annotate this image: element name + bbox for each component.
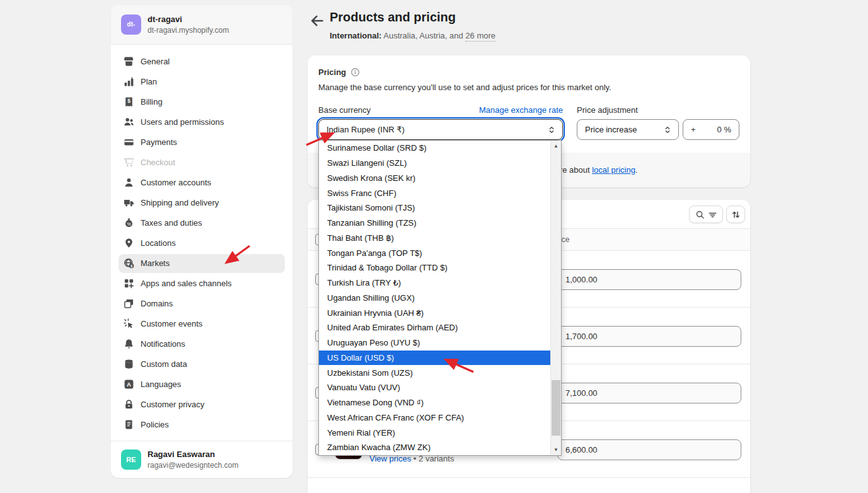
back-button[interactable] xyxy=(309,13,325,29)
database-icon xyxy=(124,359,134,369)
settings-nav: GeneralPlan$BillingUsers and permissions… xyxy=(111,45,292,441)
currency-option[interactable]: West African CFA Franc (XOF F CFA) xyxy=(319,410,550,426)
sidebar-item-customer-events[interactable]: Customer events xyxy=(119,315,285,334)
currency-option[interactable]: Tongan Pa'anga (TOP T$) xyxy=(319,245,550,260)
sidebar-item-custom-data[interactable]: Custom data xyxy=(119,355,285,374)
truck-icon xyxy=(124,197,134,208)
svg-text:A: A xyxy=(127,381,131,388)
price-input[interactable]: 1,700.00 xyxy=(557,326,741,347)
footer-text-suffix: . xyxy=(635,165,638,175)
sidebar-item-customer-privacy[interactable]: Customer privacy xyxy=(119,395,285,414)
currency-option[interactable]: Uruguayan Peso (UYU $) xyxy=(319,335,550,351)
sidebar-item-label: Checkout xyxy=(141,158,175,167)
globe-dollar-icon: $ xyxy=(124,258,134,269)
currency-option[interactable]: Thai Baht (THB ฿) xyxy=(319,231,550,246)
sidebar-item-label: General xyxy=(141,57,170,66)
price-adjustment-label: Price adjustment xyxy=(577,105,638,115)
currency-option[interactable]: Swazi Lilangeni (SZL) xyxy=(319,156,550,171)
sidebar-item-taxes-and-duties[interactable]: %Taxes and duties xyxy=(119,214,285,233)
manage-exchange-rate-link[interactable]: Manage exchange rate xyxy=(479,105,563,115)
base-currency-select[interactable]: Indian Rupee (INR ₹) xyxy=(318,119,563,140)
sidebar-item-label: Plan xyxy=(141,77,157,86)
svg-text:%: % xyxy=(127,222,130,226)
currency-option[interactable]: Tanzanian Shilling (TZS) xyxy=(319,216,550,231)
currency-option-selected[interactable]: US Dollar (USD $) xyxy=(319,351,550,366)
sidebar-item-apps-and-sales-channels[interactable]: Apps and sales channels xyxy=(119,274,285,293)
sort-button[interactable] xyxy=(726,206,745,223)
sidebar-item-label: Customer privacy xyxy=(141,400,204,409)
base-currency-value: Indian Rupee (INR ₹) xyxy=(327,125,405,134)
currency-option[interactable]: Swedish Krona (SEK kr) xyxy=(319,171,550,186)
currency-option[interactable]: Vanuatu Vatu (VUV) xyxy=(319,380,550,395)
adjustment-sign: + xyxy=(691,125,696,134)
domains-icon xyxy=(124,298,134,309)
sidebar-item-users-and-permissions[interactable]: Users and permissions xyxy=(119,113,285,132)
info-icon[interactable] xyxy=(350,67,360,77)
price-input[interactable]: 6,600.00 xyxy=(557,439,741,460)
currency-option[interactable]: Vietnamese Dong (VND ₫) xyxy=(319,395,550,410)
sidebar-item-label: Billing xyxy=(141,97,163,107)
sidebar-item-checkout[interactable]: Checkout xyxy=(119,153,285,172)
lock-icon xyxy=(124,399,134,410)
price-adjustment-value: Price increase xyxy=(585,125,637,134)
user-email: ragavi@wedesigntech.com xyxy=(148,460,238,470)
store-header[interactable]: dt- dt-ragavi dt-ragavi.myshopify.com xyxy=(111,5,292,45)
sidebar-item-shipping-and-delivery[interactable]: Shipping and delivery xyxy=(119,194,285,212)
adjustment-percent-input[interactable]: + 0 % xyxy=(683,119,739,140)
user-footer[interactable]: RE Ragavi Easwaran ragavi@wedesigntech.c… xyxy=(111,441,292,478)
local-pricing-link[interactable]: local pricing xyxy=(592,165,635,175)
user-name: Ragavi Easwaran xyxy=(148,449,238,460)
sidebar-item-locations[interactable]: Locations xyxy=(119,234,285,253)
price-adjustment-select[interactable]: Price increase xyxy=(577,119,679,140)
policies-icon xyxy=(124,419,134,430)
translate-icon: A xyxy=(124,379,134,390)
sidebar-item-plan[interactable]: Plan xyxy=(119,72,285,91)
chevron-updown-icon xyxy=(547,125,556,134)
currency-option[interactable]: Ugandan Shilling (UGX) xyxy=(319,291,550,306)
sidebar-item-markets[interactable]: $Markets xyxy=(119,254,285,273)
currency-option[interactable]: Yemeni Rial (YER) xyxy=(319,425,550,440)
sidebar-item-customer-accounts[interactable]: Customer accounts xyxy=(119,173,285,192)
price-input[interactable]: 1,000.00 xyxy=(557,269,741,290)
cart-icon xyxy=(124,157,134,168)
scroll-up-arrow-icon[interactable]: ▲ xyxy=(551,141,561,151)
dropdown-scrollbar[interactable]: ▲ ▼ xyxy=(550,141,561,455)
sidebar-item-general[interactable]: General xyxy=(119,52,285,71)
scrollbar-thumb[interactable] xyxy=(552,380,560,436)
currency-option[interactable]: Ukrainian Hryvnia (UAH ₴) xyxy=(319,305,550,320)
search-icon xyxy=(695,210,705,219)
subtitle-label: International: xyxy=(330,31,381,40)
currency-option[interactable]: United Arab Emirates Dirham (AED) xyxy=(319,320,550,335)
sidebar-item-label: Users and permissions xyxy=(141,117,224,127)
search-and-filter-button[interactable] xyxy=(689,206,723,223)
scroll-down-arrow-icon[interactable]: ▼ xyxy=(551,444,561,455)
currency-option[interactable]: Zambian Kwacha (ZMW ZK) xyxy=(319,440,550,455)
currency-option[interactable]: Uzbekistani Som (UZS) xyxy=(319,365,550,380)
sidebar-item-label: Apps and sales channels xyxy=(141,279,232,288)
sidebar-item-policies[interactable]: Policies xyxy=(119,415,285,434)
price-input[interactable]: 7,100.00 xyxy=(557,383,741,403)
sidebar-item-label: Languages xyxy=(141,380,181,389)
currency-option[interactable]: Surinamese Dollar (SRD $) xyxy=(319,141,550,156)
bell-icon xyxy=(124,339,134,349)
sidebar-item-payments[interactable]: Payments xyxy=(119,133,285,152)
store-icon xyxy=(124,56,134,67)
sidebar-item-domains[interactable]: Domains xyxy=(119,294,285,313)
currency-option[interactable]: Trinidad & Tobago Dollar (TTD $) xyxy=(319,260,550,276)
sidebar-item-notifications[interactable]: Notifications xyxy=(119,335,285,354)
pricing-card-title: Pricing xyxy=(318,67,346,77)
taxes-icon: % xyxy=(124,218,134,228)
back-arrow-icon xyxy=(309,13,325,29)
svg-text:$: $ xyxy=(127,98,130,105)
currency-option[interactable]: Tajikistani Somoni (TJS) xyxy=(319,200,550,216)
subtitle-more-link[interactable]: 26 more xyxy=(465,31,495,42)
sidebar-item-billing[interactable]: $Billing xyxy=(119,93,285,112)
apps-grid-icon xyxy=(124,278,134,289)
sidebar-item-label: Domains xyxy=(141,299,173,308)
sidebar-item-languages[interactable]: ALanguages xyxy=(119,375,285,394)
currency-option[interactable]: Turkish Lira (TRY ₺) xyxy=(319,276,550,291)
currency-option[interactable]: Swiss Franc (CHF) xyxy=(319,185,550,200)
plan-icon xyxy=(124,76,134,87)
page-title: Products and pricing xyxy=(330,10,456,25)
store-name: dt-ragavi xyxy=(148,14,229,25)
